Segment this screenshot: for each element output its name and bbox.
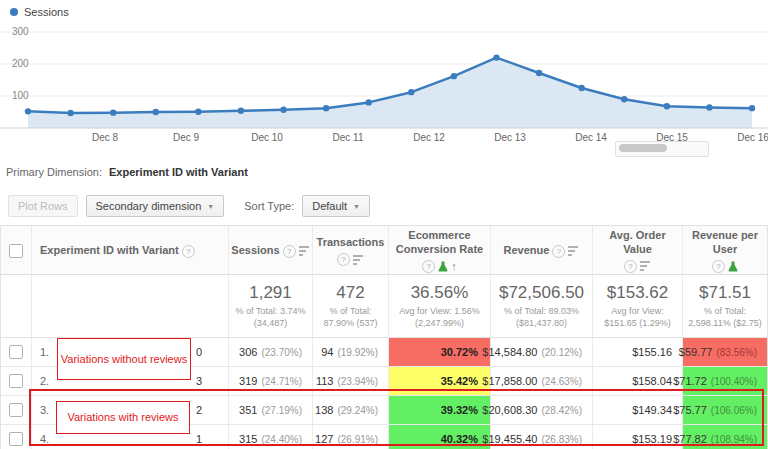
transactions-cell-percent: (29.24%) bbox=[337, 405, 378, 416]
row-checkbox-cell bbox=[1, 338, 31, 366]
conversion-rate-value: 30.72% bbox=[441, 346, 478, 358]
experiment-variant[interactable]: 2 bbox=[196, 404, 202, 416]
revenue-per-user-cell-percent: (108.94%) bbox=[711, 434, 757, 445]
avg-order-value-cell-value: $149.34 bbox=[632, 404, 672, 416]
revenue-per-user-cell-percent: (83.56%) bbox=[716, 347, 757, 358]
experiment-variant[interactable]: 1 bbox=[196, 433, 202, 445]
column-avg-order-value[interactable]: Avg. Order Value ? bbox=[592, 226, 682, 276]
table-toolbar: Plot Rows Secondary dimension ▼ Sort Typ… bbox=[0, 190, 768, 222]
sessions-cell: 306(23.70%) bbox=[228, 338, 312, 366]
sessions-cell-value: 306 bbox=[239, 346, 257, 358]
row-index: 1. bbox=[40, 346, 58, 358]
sessions-cell-value: 351 bbox=[239, 404, 257, 416]
avg-order-value-cell: $155.16 bbox=[592, 338, 682, 366]
avg-order-value-cell: $153.19 bbox=[592, 425, 682, 449]
transactions-cell: 138(29.24%) bbox=[312, 396, 388, 424]
sort-ascending-icon: ↑ bbox=[451, 260, 457, 274]
sort-type-button[interactable]: Default ▼ bbox=[302, 195, 370, 217]
conversion-rate-cell: 30.72% bbox=[388, 338, 490, 366]
sessions-cell-value: 319 bbox=[239, 375, 257, 387]
avg-order-value-cell-value: $158.04 bbox=[632, 375, 672, 387]
transactions-cell-percent: (23.94%) bbox=[337, 376, 378, 387]
summary-revenue: $72,506.50 % of Total: 89.03% ($81,437.8… bbox=[490, 275, 592, 337]
row-checkbox[interactable] bbox=[9, 432, 23, 446]
sessions-cell-percent: (24.40%) bbox=[261, 434, 302, 445]
conversion-rate-value: 40.32% bbox=[441, 433, 478, 445]
revenue-cell-percent: (20.12%) bbox=[541, 347, 582, 358]
sessions-line-chart bbox=[0, 0, 768, 150]
row-checkbox[interactable] bbox=[9, 403, 23, 417]
y-axis-tick: 200 bbox=[12, 58, 29, 69]
conversion-rate-cell: 35.42% bbox=[388, 367, 490, 395]
primary-dimension-row: Primary Dimension: Experiment ID with Va… bbox=[6, 166, 248, 178]
sessions-chart-section: Sessions 300 200 100 Dec 8Dec 9Dec 10Dec… bbox=[0, 0, 768, 160]
column-transactions[interactable]: Transactions ? bbox=[312, 226, 388, 276]
analytics-report: Sessions 300 200 100 Dec 8Dec 9Dec 10Dec… bbox=[0, 0, 768, 449]
revenue-per-user-cell: $59.77(83.56%) bbox=[682, 338, 767, 366]
column-ecommerce-conversion-rate[interactable]: Ecommerce Conversion Rate ? ↑ bbox=[388, 226, 490, 276]
row-checkbox-cell bbox=[1, 396, 31, 424]
primary-dimension-value[interactable]: Experiment ID with Variant bbox=[109, 166, 248, 178]
summary-revenue-per-user: $71.51 % of Total: 2,598.11% ($2.75) bbox=[682, 275, 767, 337]
primary-dimension-label: Primary Dimension: bbox=[6, 166, 102, 178]
sessions-legend-dot-icon bbox=[10, 8, 18, 16]
revenue-per-user-cell-value: $77.82 bbox=[673, 433, 707, 445]
plot-rows-button[interactable]: Plot Rows bbox=[8, 195, 78, 217]
annotation-variations-with-reviews: Variations with reviews bbox=[56, 401, 190, 434]
sort-bars-icon bbox=[353, 255, 364, 265]
chart-scrollbar-thumb[interactable] bbox=[619, 144, 667, 152]
row-index: 2. bbox=[40, 375, 58, 387]
sort-bars-icon bbox=[299, 246, 310, 256]
secondary-dimension-button[interactable]: Secondary dimension ▼ bbox=[86, 195, 225, 217]
revenue-cell: $17,858.00(24.63%) bbox=[490, 367, 592, 395]
summary-transactions: 472 % of Total: 87.90% (537) bbox=[312, 275, 388, 337]
revenue-cell: $19,455.40(26.83%) bbox=[490, 425, 592, 449]
column-sessions[interactable]: Sessions ? bbox=[228, 226, 312, 276]
revenue-per-user-cell-percent: (100.40%) bbox=[711, 376, 757, 387]
annotation-variations-without-reviews: Variations without reviews bbox=[57, 338, 191, 380]
conversion-rate-cell: 39.32% bbox=[388, 396, 490, 424]
help-icon[interactable]: ? bbox=[283, 245, 296, 258]
help-icon[interactable]: ? bbox=[712, 260, 725, 273]
select-all-checkbox[interactable] bbox=[9, 244, 23, 258]
conversion-rate-value: 39.32% bbox=[441, 404, 478, 416]
avg-order-value-cell-value: $153.19 bbox=[632, 433, 672, 445]
column-revenue[interactable]: Revenue ? bbox=[490, 226, 592, 276]
revenue-cell-percent: (26.83%) bbox=[541, 434, 582, 445]
experiment-variant[interactable]: 3 bbox=[196, 375, 202, 387]
help-icon[interactable]: ? bbox=[182, 245, 195, 258]
help-icon[interactable]: ? bbox=[337, 253, 350, 266]
revenue-cell-value: $14,584.80 bbox=[482, 346, 537, 358]
transactions-cell-percent: (19.92%) bbox=[337, 347, 378, 358]
chevron-down-icon: ▼ bbox=[353, 203, 360, 210]
transactions-cell-value: 113 bbox=[316, 375, 334, 387]
x-axis-label: Dec 11 bbox=[333, 132, 364, 143]
sort-bars-icon bbox=[568, 246, 579, 256]
chart-scrollbar-track bbox=[615, 141, 709, 157]
column-experiment[interactable]: Experiment ID with Variant ? bbox=[31, 226, 228, 276]
revenue-per-user-cell: $71.72(100.40%) bbox=[682, 367, 767, 395]
sessions-cell: 315(24.40%) bbox=[228, 425, 312, 449]
help-icon[interactable]: ? bbox=[422, 260, 435, 273]
avg-order-value-cell-value: $155.16 bbox=[632, 346, 672, 358]
flask-icon bbox=[438, 261, 448, 272]
row-checkbox[interactable] bbox=[9, 345, 23, 359]
experiment-variant[interactable]: 0 bbox=[196, 346, 202, 358]
help-icon[interactable]: ? bbox=[624, 260, 637, 273]
transactions-cell-value: 94 bbox=[321, 346, 333, 358]
plot-rows-label: Plot Rows bbox=[18, 200, 68, 212]
table-header: Experiment ID with Variant ? Sessions ? … bbox=[1, 226, 767, 275]
summary-sessions: 1,291 % of Total: 3.74% (34,487) bbox=[228, 275, 312, 337]
summary-conversion-rate: 36.56% Avg for View: 1.56% (2,247.99%) bbox=[388, 275, 490, 337]
x-axis-label: Dec 9 bbox=[173, 132, 199, 143]
row-checkbox[interactable] bbox=[9, 374, 23, 388]
avg-order-value-cell: $149.34 bbox=[592, 396, 682, 424]
transactions-cell: 127(26.91%) bbox=[312, 425, 388, 449]
revenue-per-user-cell-value: $59.77 bbox=[679, 346, 713, 358]
column-revenue-per-user[interactable]: Revenue per User ? bbox=[682, 226, 767, 276]
help-icon[interactable]: ? bbox=[552, 245, 565, 258]
revenue-per-user-cell: $75.77(106.06%) bbox=[682, 396, 767, 424]
transactions-cell-value: 127 bbox=[315, 433, 333, 445]
avg-order-value-cell: $158.04 bbox=[592, 367, 682, 395]
revenue-cell: $14,584.80(20.12%) bbox=[490, 338, 592, 366]
